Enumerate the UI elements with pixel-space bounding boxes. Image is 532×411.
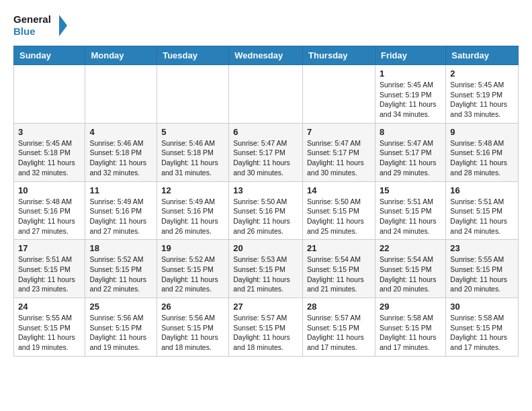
day-info: Sunrise: 5:45 AM Sunset: 5:18 PM Dayligh… bbox=[18, 138, 81, 178]
calendar-week-row: 3Sunrise: 5:45 AM Sunset: 5:18 PM Daylig… bbox=[14, 123, 519, 181]
calendar-cell bbox=[14, 65, 85, 124]
calendar-table: SundayMondayTuesdayWednesdayThursdayFrid… bbox=[13, 46, 519, 357]
day-info: Sunrise: 5:53 AM Sunset: 5:15 PM Dayligh… bbox=[233, 255, 298, 294]
calendar-cell: 28Sunrise: 5:57 AM Sunset: 5:15 PM Dayli… bbox=[303, 298, 375, 357]
day-number: 22 bbox=[380, 243, 441, 253]
day-number: 19 bbox=[161, 243, 224, 253]
day-number: 2 bbox=[450, 68, 514, 79]
weekday-header: Friday bbox=[375, 46, 445, 65]
day-number: 23 bbox=[450, 243, 514, 253]
day-number: 26 bbox=[161, 302, 224, 312]
calendar-cell: 3Sunrise: 5:45 AM Sunset: 5:18 PM Daylig… bbox=[14, 123, 85, 181]
day-number: 16 bbox=[450, 185, 514, 195]
weekday-header: Thursday bbox=[303, 46, 375, 65]
calendar-cell bbox=[157, 65, 229, 124]
calendar-cell: 29Sunrise: 5:58 AM Sunset: 5:15 PM Dayli… bbox=[375, 298, 445, 357]
day-number: 14 bbox=[307, 185, 371, 195]
calendar-cell: 10Sunrise: 5:48 AM Sunset: 5:16 PM Dayli… bbox=[14, 181, 85, 240]
calendar-cell: 30Sunrise: 5:58 AM Sunset: 5:15 PM Dayli… bbox=[446, 298, 519, 357]
calendar-cell: 24Sunrise: 5:55 AM Sunset: 5:15 PM Dayli… bbox=[14, 298, 85, 357]
calendar-cell: 15Sunrise: 5:51 AM Sunset: 5:15 PM Dayli… bbox=[375, 181, 445, 240]
day-number: 11 bbox=[89, 185, 152, 195]
weekday-header: Monday bbox=[85, 46, 157, 65]
calendar-cell: 21Sunrise: 5:54 AM Sunset: 5:15 PM Dayli… bbox=[303, 240, 375, 298]
svg-text:Blue: Blue bbox=[13, 26, 36, 37]
day-info: Sunrise: 5:58 AM Sunset: 5:15 PM Dayligh… bbox=[380, 313, 441, 353]
calendar-week-row: 17Sunrise: 5:51 AM Sunset: 5:15 PM Dayli… bbox=[14, 240, 519, 298]
calendar-cell: 8Sunrise: 5:47 AM Sunset: 5:17 PM Daylig… bbox=[375, 123, 445, 181]
weekday-header: Sunday bbox=[14, 46, 85, 65]
day-number: 15 bbox=[380, 185, 441, 195]
calendar-cell: 20Sunrise: 5:53 AM Sunset: 5:15 PM Dayli… bbox=[229, 240, 303, 298]
weekday-header: Wednesday bbox=[229, 46, 303, 65]
calendar-cell: 4Sunrise: 5:46 AM Sunset: 5:18 PM Daylig… bbox=[85, 123, 157, 181]
day-info: Sunrise: 5:47 AM Sunset: 5:17 PM Dayligh… bbox=[380, 138, 441, 178]
day-info: Sunrise: 5:54 AM Sunset: 5:15 PM Dayligh… bbox=[380, 255, 441, 294]
calendar-cell: 27Sunrise: 5:57 AM Sunset: 5:15 PM Dayli… bbox=[229, 298, 303, 357]
day-number: 7 bbox=[307, 127, 371, 137]
day-info: Sunrise: 5:58 AM Sunset: 5:15 PM Dayligh… bbox=[450, 313, 514, 353]
calendar-cell bbox=[229, 65, 303, 124]
calendar-cell: 16Sunrise: 5:51 AM Sunset: 5:15 PM Dayli… bbox=[446, 181, 519, 240]
day-number: 12 bbox=[161, 185, 224, 195]
day-info: Sunrise: 5:57 AM Sunset: 5:15 PM Dayligh… bbox=[233, 313, 298, 353]
day-info: Sunrise: 5:57 AM Sunset: 5:15 PM Dayligh… bbox=[307, 313, 371, 353]
day-info: Sunrise: 5:51 AM Sunset: 5:15 PM Dayligh… bbox=[18, 255, 81, 294]
day-info: Sunrise: 5:49 AM Sunset: 5:16 PM Dayligh… bbox=[161, 197, 224, 236]
day-number: 28 bbox=[307, 302, 371, 312]
calendar-cell: 9Sunrise: 5:48 AM Sunset: 5:16 PM Daylig… bbox=[446, 123, 519, 181]
day-info: Sunrise: 5:46 AM Sunset: 5:18 PM Dayligh… bbox=[89, 138, 152, 178]
calendar-cell: 1Sunrise: 5:45 AM Sunset: 5:19 PM Daylig… bbox=[375, 65, 445, 124]
day-info: Sunrise: 5:45 AM Sunset: 5:19 PM Dayligh… bbox=[450, 80, 514, 120]
calendar-cell: 19Sunrise: 5:52 AM Sunset: 5:15 PM Dayli… bbox=[157, 240, 229, 298]
day-info: Sunrise: 5:50 AM Sunset: 5:15 PM Dayligh… bbox=[307, 197, 371, 236]
calendar-week-row: 10Sunrise: 5:48 AM Sunset: 5:16 PM Dayli… bbox=[14, 181, 519, 240]
day-number: 18 bbox=[89, 243, 152, 253]
day-number: 13 bbox=[233, 185, 298, 195]
weekday-header: Tuesday bbox=[157, 46, 229, 65]
calendar-cell: 5Sunrise: 5:46 AM Sunset: 5:18 PM Daylig… bbox=[157, 123, 229, 181]
calendar-cell: 26Sunrise: 5:56 AM Sunset: 5:15 PM Dayli… bbox=[157, 298, 229, 357]
day-number: 1 bbox=[380, 68, 441, 79]
calendar-cell: 14Sunrise: 5:50 AM Sunset: 5:15 PM Dayli… bbox=[303, 181, 375, 240]
day-info: Sunrise: 5:45 AM Sunset: 5:19 PM Dayligh… bbox=[380, 80, 441, 120]
day-number: 20 bbox=[233, 243, 298, 253]
day-number: 9 bbox=[450, 127, 514, 137]
day-number: 27 bbox=[233, 302, 298, 312]
day-number: 21 bbox=[307, 243, 371, 253]
day-number: 6 bbox=[233, 127, 298, 137]
day-info: Sunrise: 5:52 AM Sunset: 5:15 PM Dayligh… bbox=[161, 255, 224, 294]
day-number: 25 bbox=[89, 302, 152, 312]
day-info: Sunrise: 5:48 AM Sunset: 5:16 PM Dayligh… bbox=[18, 197, 81, 236]
calendar-cell: 17Sunrise: 5:51 AM Sunset: 5:15 PM Dayli… bbox=[14, 240, 85, 298]
calendar-week-row: 24Sunrise: 5:55 AM Sunset: 5:15 PM Dayli… bbox=[14, 298, 519, 357]
logo-svg: General Blue bbox=[13, 11, 67, 40]
day-info: Sunrise: 5:47 AM Sunset: 5:17 PM Dayligh… bbox=[233, 138, 298, 178]
calendar-cell: 12Sunrise: 5:49 AM Sunset: 5:16 PM Dayli… bbox=[157, 181, 229, 240]
day-number: 8 bbox=[380, 127, 441, 137]
day-info: Sunrise: 5:55 AM Sunset: 5:15 PM Dayligh… bbox=[18, 313, 81, 353]
calendar-cell: 23Sunrise: 5:55 AM Sunset: 5:15 PM Dayli… bbox=[446, 240, 519, 298]
day-info: Sunrise: 5:48 AM Sunset: 5:16 PM Dayligh… bbox=[450, 138, 514, 178]
day-info: Sunrise: 5:55 AM Sunset: 5:15 PM Dayligh… bbox=[450, 255, 514, 294]
day-number: 4 bbox=[89, 127, 152, 137]
weekday-header: Saturday bbox=[446, 46, 519, 65]
calendar-cell bbox=[85, 65, 157, 124]
calendar-cell: 11Sunrise: 5:49 AM Sunset: 5:16 PM Dayli… bbox=[85, 181, 157, 240]
day-info: Sunrise: 5:56 AM Sunset: 5:15 PM Dayligh… bbox=[161, 313, 224, 353]
day-number: 30 bbox=[450, 302, 514, 312]
calendar-cell bbox=[303, 65, 375, 124]
svg-marker-2 bbox=[59, 15, 67, 36]
day-number: 5 bbox=[161, 127, 224, 137]
day-number: 29 bbox=[380, 302, 441, 312]
day-number: 17 bbox=[18, 243, 81, 253]
calendar-header-row: SundayMondayTuesdayWednesdayThursdayFrid… bbox=[14, 46, 519, 65]
svg-text:General: General bbox=[13, 13, 51, 25]
day-info: Sunrise: 5:54 AM Sunset: 5:15 PM Dayligh… bbox=[307, 255, 371, 294]
calendar-cell: 7Sunrise: 5:47 AM Sunset: 5:17 PM Daylig… bbox=[303, 123, 375, 181]
calendar-cell: 25Sunrise: 5:56 AM Sunset: 5:15 PM Dayli… bbox=[85, 298, 157, 357]
day-info: Sunrise: 5:49 AM Sunset: 5:16 PM Dayligh… bbox=[89, 197, 152, 236]
day-info: Sunrise: 5:56 AM Sunset: 5:15 PM Dayligh… bbox=[89, 313, 152, 353]
calendar-cell: 18Sunrise: 5:52 AM Sunset: 5:15 PM Dayli… bbox=[85, 240, 157, 298]
day-info: Sunrise: 5:52 AM Sunset: 5:15 PM Dayligh… bbox=[89, 255, 152, 294]
